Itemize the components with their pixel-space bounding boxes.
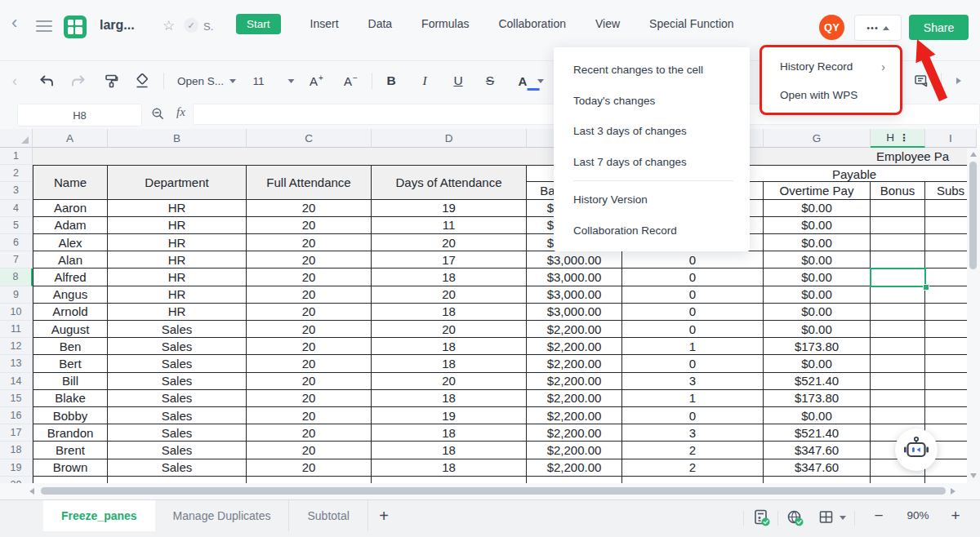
cell-d13[interactable]: 18 <box>372 355 527 372</box>
ribbon-tab-start[interactable]: Start <box>236 14 281 34</box>
row-header-19[interactable]: 19 <box>0 459 33 477</box>
ribbon-tab-collaboration[interactable]: Collaboration <box>498 17 566 30</box>
cell-a4[interactable]: Aaron <box>33 200 108 217</box>
cell-h12[interactable] <box>871 338 925 355</box>
cell-d18[interactable]: 18 <box>372 442 527 459</box>
ribbon-tab-view[interactable]: View <box>595 17 620 30</box>
cell-b7[interactable]: HR <box>108 251 247 268</box>
row-header-4[interactable]: 4 <box>0 200 33 217</box>
increase-font-icon[interactable]: A+ <box>310 61 323 100</box>
cell-e11[interactable]: $2,200.00 <box>527 321 622 338</box>
cell-g18[interactable]: $347.60 <box>764 442 871 459</box>
font-color-button[interactable]: A <box>519 61 528 100</box>
cell-b15[interactable]: Sales <box>108 390 247 407</box>
cell-f14[interactable]: 3 <box>622 373 764 390</box>
cell-f18[interactable]: 2 <box>622 442 764 459</box>
cell-b20[interactable] <box>108 477 247 483</box>
cell-g14[interactable]: $521.40 <box>764 373 871 390</box>
row-header-8[interactable]: 8 <box>0 268 33 286</box>
row-header-9[interactable]: 9 <box>0 286 33 304</box>
cell-e13[interactable]: $2,200.00 <box>527 355 622 372</box>
star-favorite-icon[interactable]: ☆ <box>163 17 175 34</box>
ai-assistant-button[interactable] <box>895 428 938 471</box>
network-status-icon[interactable] <box>786 509 804 530</box>
cell-g4[interactable]: $0.00 <box>764 200 871 217</box>
cell-e9[interactable]: $3,000.00 <box>527 286 622 304</box>
cell-h7[interactable] <box>871 251 925 268</box>
cell-a19[interactable]: Brown <box>33 459 108 477</box>
row-header-16[interactable]: 16 <box>0 407 33 424</box>
cell-c6[interactable]: 20 <box>247 234 372 251</box>
cell-b9[interactable]: HR <box>108 286 247 304</box>
fx-icon[interactable]: fx <box>176 105 185 119</box>
sheet-tab-subtotal[interactable]: Subtotal <box>289 500 368 531</box>
cell-f16[interactable]: 0 <box>622 407 764 424</box>
scroll-up-icon[interactable] <box>970 152 977 157</box>
header-cell-days-of-attendance[interactable]: Days of Attendance <box>372 165 527 199</box>
cell-h11[interactable] <box>871 321 925 338</box>
ribbon-tab-special-function[interactable]: Special Function <box>649 17 734 30</box>
italic-button[interactable]: I <box>422 61 426 100</box>
cell-c13[interactable]: 20 <box>247 355 372 372</box>
header-cell-department[interactable]: Department <box>108 165 247 199</box>
cell-a16[interactable]: Bobby <box>33 407 108 424</box>
cell-c12[interactable]: 20 <box>247 338 372 355</box>
cell-c20[interactable] <box>247 477 372 483</box>
row-header-12[interactable]: 12 <box>0 338 33 355</box>
font-size-select[interactable]: 11 <box>252 61 294 100</box>
cell-a14[interactable]: Bill <box>33 373 108 390</box>
cell-h5[interactable] <box>871 217 925 234</box>
cell-f11[interactable]: 0 <box>622 321 764 338</box>
cell-b14[interactable]: Sales <box>108 373 247 390</box>
cell-g20[interactable] <box>764 477 871 483</box>
cell-h15[interactable] <box>871 390 925 407</box>
avatar[interactable]: QY <box>819 15 844 40</box>
menu-item-recent-changes-to-the-cell[interactable]: Recent changes to the cell <box>554 55 750 86</box>
strikethrough-button[interactable]: S <box>486 61 494 100</box>
scroll-right-icon[interactable] <box>951 488 956 495</box>
cell-f19[interactable]: 2 <box>622 459 764 477</box>
ribbon-tab-formulas[interactable]: Formulas <box>421 17 469 30</box>
cell-f9[interactable]: 0 <box>622 286 764 304</box>
cell-e14[interactable]: $2,200.00 <box>527 373 622 390</box>
menu-item-last-7-days-of-changes[interactable]: Last 7 days of changes <box>554 147 750 178</box>
cell-g13[interactable]: $0.00 <box>764 355 871 372</box>
cell-h9[interactable] <box>871 286 925 304</box>
scroll-down-icon[interactable] <box>970 473 977 478</box>
cell-a13[interactable]: Bert <box>33 355 108 372</box>
cell-d5[interactable]: 11 <box>372 217 527 234</box>
menu-item-last-3-days-of-changes[interactable]: Last 3 days of changes <box>554 116 750 147</box>
cell-d11[interactable]: 20 <box>372 321 527 338</box>
cell-d16[interactable]: 19 <box>372 407 527 424</box>
cell-f20[interactable] <box>622 477 764 483</box>
cell-d14[interactable]: 20 <box>372 373 527 390</box>
view-mode-caret-icon[interactable] <box>840 516 846 520</box>
cell-d12[interactable]: 18 <box>372 338 527 355</box>
cell-g11[interactable]: $0.00 <box>764 321 871 338</box>
cell-d20[interactable] <box>372 477 527 483</box>
cell-h14[interactable] <box>871 373 925 390</box>
cell-b13[interactable]: Sales <box>108 355 247 372</box>
cell-d15[interactable]: 18 <box>372 390 527 407</box>
row-header-3[interactable]: 3 <box>0 182 33 199</box>
magnifier-icon[interactable] <box>151 107 165 124</box>
ribbon-tab-insert[interactable]: Insert <box>310 17 339 30</box>
row-header-20[interactable]: 20 <box>0 477 33 483</box>
decrease-font-icon[interactable]: A− <box>344 61 357 100</box>
spreadsheet-grid[interactable]: ABCDEFGH⋮I123456789101112131415161718192… <box>0 129 980 483</box>
cell-c9[interactable]: 20 <box>247 286 372 304</box>
cell-c15[interactable]: 20 <box>247 390 372 407</box>
menu-item-history-version[interactable]: History Version <box>554 184 750 215</box>
column-header-d[interactable]: D <box>372 129 527 148</box>
cell-a17[interactable]: Brandon <box>33 424 108 442</box>
cell-g5[interactable]: $0.00 <box>764 217 871 234</box>
row-header-14[interactable]: 14 <box>0 373 33 390</box>
cell-g8[interactable]: $0.00 <box>764 268 871 286</box>
cell-g7[interactable]: $0.00 <box>764 251 871 268</box>
cell-d9[interactable]: 20 <box>372 286 527 304</box>
cell-g10[interactable]: $0.00 <box>764 304 871 321</box>
cell-g12[interactable]: $173.80 <box>764 338 871 355</box>
sheet-tab-freeze-panes[interactable]: Freeze_panes <box>43 500 155 531</box>
cell-name-box[interactable]: H8 <box>17 104 142 126</box>
view-mode-icon[interactable] <box>818 509 835 529</box>
